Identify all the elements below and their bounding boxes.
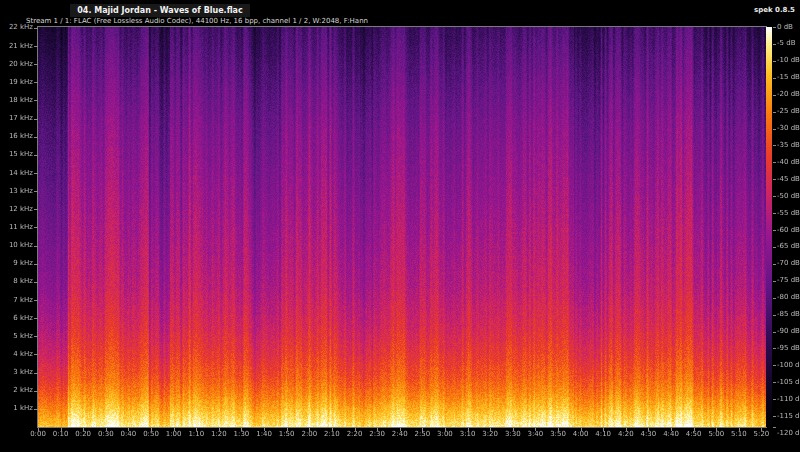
db-tick bbox=[773, 264, 776, 265]
db-tick-label: -10 dB bbox=[777, 57, 800, 64]
time-tick-label: 0:10 bbox=[49, 431, 73, 438]
time-tick bbox=[106, 428, 107, 431]
db-tick-label: -5 dB bbox=[777, 40, 795, 47]
db-tick-label: -45 dB bbox=[777, 176, 800, 183]
page-title: 04. Majid Jordan - Waves of Blue.flac bbox=[70, 4, 250, 17]
freq-tick bbox=[34, 354, 38, 355]
db-tick bbox=[773, 95, 776, 96]
db-tick bbox=[773, 179, 776, 180]
time-tick-label: 3:10 bbox=[456, 431, 480, 438]
freq-tick bbox=[34, 82, 38, 83]
db-tick bbox=[773, 162, 776, 163]
freq-tick bbox=[34, 282, 38, 283]
time-tick-label: 2:30 bbox=[365, 431, 389, 438]
time-tick-label: 4:10 bbox=[591, 431, 615, 438]
time-tick bbox=[219, 428, 220, 431]
freq-tick-label: 1 kHz bbox=[2, 405, 33, 412]
db-tick bbox=[773, 427, 776, 428]
time-tick bbox=[309, 428, 310, 431]
time-tick-label: 2:40 bbox=[388, 431, 412, 438]
time-tick bbox=[716, 428, 717, 431]
time-tick bbox=[535, 428, 536, 431]
freq-tick-label: 8 kHz bbox=[2, 278, 33, 285]
freq-tick-label: 11 kHz bbox=[2, 224, 33, 231]
db-tick bbox=[773, 61, 776, 62]
time-tick-label: 2:10 bbox=[320, 431, 344, 438]
freq-tick bbox=[34, 300, 38, 301]
db-color-scale bbox=[766, 27, 772, 427]
time-tick-label: 0:20 bbox=[71, 431, 95, 438]
time-tick bbox=[581, 428, 582, 431]
freq-tick bbox=[34, 155, 38, 156]
time-tick bbox=[174, 428, 175, 431]
spek-window: 04. Majid Jordan - Waves of Blue.flac sp… bbox=[0, 0, 800, 452]
time-tick-label: 3:50 bbox=[546, 431, 570, 438]
db-tick-label: -60 dB bbox=[777, 227, 800, 234]
time-tick bbox=[241, 428, 242, 431]
freq-tick-label: 22 kHz bbox=[2, 24, 33, 31]
db-tick-label: -55 dB bbox=[777, 210, 800, 217]
db-tick-label: -70 dB bbox=[777, 260, 800, 267]
freq-tick-label: 5 kHz bbox=[2, 333, 33, 340]
time-tick-label: 1:30 bbox=[229, 431, 253, 438]
freq-tick bbox=[34, 173, 38, 174]
db-tick bbox=[773, 315, 776, 316]
freq-tick bbox=[34, 246, 38, 247]
db-tick bbox=[773, 382, 776, 383]
time-tick-label: 1:20 bbox=[207, 431, 231, 438]
time-tick bbox=[648, 428, 649, 431]
db-tick-label: -20 dB bbox=[777, 91, 800, 98]
freq-tick-label: 3 kHz bbox=[2, 369, 33, 376]
db-tick-label: -30 dB bbox=[777, 125, 800, 132]
time-tick-label: 0:40 bbox=[116, 431, 140, 438]
db-tick bbox=[773, 213, 776, 214]
time-tick bbox=[558, 428, 559, 431]
freq-tick-label: 21 kHz bbox=[2, 43, 33, 50]
freq-tick bbox=[34, 336, 38, 337]
freq-tick bbox=[34, 191, 38, 192]
freq-tick-label: 18 kHz bbox=[2, 97, 33, 104]
time-tick bbox=[332, 428, 333, 431]
freq-tick bbox=[34, 227, 38, 228]
time-tick-label: 3:40 bbox=[523, 431, 547, 438]
db-tick bbox=[773, 129, 776, 130]
freq-tick-label: 15 kHz bbox=[2, 151, 33, 158]
time-tick-label: 1:10 bbox=[184, 431, 208, 438]
db-tick bbox=[773, 78, 776, 79]
db-tick-label: -65 dB bbox=[777, 243, 800, 250]
time-tick bbox=[422, 428, 423, 431]
freq-tick-label: 4 kHz bbox=[2, 351, 33, 358]
freq-tick bbox=[34, 373, 38, 374]
time-tick bbox=[61, 428, 62, 431]
db-tick-label: -105 dB bbox=[777, 379, 800, 386]
time-tick bbox=[400, 428, 401, 431]
time-tick-label: 4:40 bbox=[659, 431, 683, 438]
time-tick bbox=[264, 428, 265, 431]
time-tick-label: 5:10 bbox=[727, 431, 751, 438]
time-tick bbox=[377, 428, 378, 431]
freq-tick bbox=[34, 46, 38, 47]
time-tick bbox=[513, 428, 514, 431]
time-tick-label: 3:30 bbox=[501, 431, 525, 438]
db-tick-label: -110 dB bbox=[777, 396, 800, 403]
time-tick bbox=[603, 428, 604, 431]
freq-tick-label: 14 kHz bbox=[2, 170, 33, 177]
time-tick-label: 1:40 bbox=[252, 431, 276, 438]
db-tick-label: -40 dB bbox=[777, 159, 800, 166]
freq-tick-label: 10 kHz bbox=[2, 242, 33, 249]
freq-tick bbox=[34, 264, 38, 265]
time-tick-label: 5:20 bbox=[749, 431, 773, 438]
time-tick-label: 4:20 bbox=[614, 431, 638, 438]
freq-tick-label: 12 kHz bbox=[2, 206, 33, 213]
freq-tick-label: 13 kHz bbox=[2, 188, 33, 195]
freq-tick-label: 9 kHz bbox=[2, 260, 33, 267]
time-tick bbox=[83, 428, 84, 431]
db-tick bbox=[773, 247, 776, 248]
time-tick-label: 0:00 bbox=[26, 431, 50, 438]
freq-tick bbox=[34, 409, 38, 410]
time-tick bbox=[626, 428, 627, 431]
time-tick-label: 0:30 bbox=[94, 431, 118, 438]
db-tick bbox=[773, 145, 776, 146]
db-tick bbox=[773, 281, 776, 282]
db-tick-label: -95 dB bbox=[777, 345, 800, 352]
